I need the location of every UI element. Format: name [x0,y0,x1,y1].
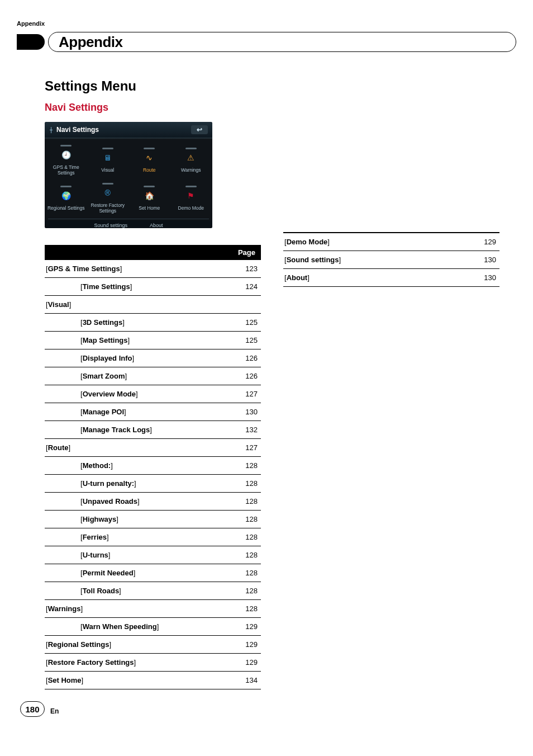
navi-cell: 🕘GPS & Time Settings [46,141,87,178]
toc-page-cell: 125 [227,314,261,332]
toc-page-cell: 130 [466,251,499,269]
toc-label: Regional Settings [48,640,110,649]
navi-cell-icon: ⚑ [183,190,199,202]
toc-label-cell: [U-turns] [45,546,227,564]
navi-cell-label: Regional Settings [47,205,85,211]
toc-page-cell [227,296,261,314]
toc-label-cell: [Manage Track Logs] [45,421,227,439]
language-label: En [50,707,59,715]
toc-page-cell: 128 [227,493,261,511]
toc-page-cell: 129 [466,233,499,251]
toc-label: Sound settings [287,256,339,264]
table-row: [3D Settings]125 [45,314,261,332]
toc-page-cell: 123 [227,260,261,278]
table-row: [Highways]128 [45,511,261,528]
toc-table-left: Page [GPS & Time Settings]123[Time Setti… [45,245,261,689]
toc-label-cell: [Warnings] [45,600,227,618]
footer: 180 En [20,701,59,717]
toc-label-cell: [GPS & Time Settings] [45,260,227,278]
title-bar: Appendix [17,31,516,53]
toc-label-cell: [Sound settings] [283,251,466,269]
toc-page-cell: 128 [227,600,261,618]
table-row: [GPS & Time Settings]123 [45,260,261,278]
toc-page-cell: 134 [227,672,261,689]
table-row: [Sound settings]130 [283,251,499,269]
table-row: [Toll Roads]128 [45,582,261,600]
toc-page-cell: 126 [227,367,261,385]
toc-page-cell: 125 [227,332,261,349]
toc-label: Warnings [48,604,81,613]
toc-label: Highways [83,515,117,523]
navi-cell: ⚑Demo Mode [171,179,212,216]
page-number: 180 [20,701,45,717]
toc-label: About [287,273,308,282]
table-row: [Set Home]134 [45,672,261,689]
section-header: Appendix [17,20,45,27]
table-row: [Manage Track Logs]132 [45,421,261,439]
navi-cell-icon: ∿ [141,152,157,164]
navi-cell-label: Set Home [139,205,160,211]
toc-label: Visual [48,300,69,309]
toc-label: Map Settings [83,336,128,344]
navi-cell: ∿Route [129,141,170,178]
table-row: [Permit Needed]128 [45,564,261,582]
table-row: [Map Settings]125 [45,332,261,349]
page-title: Appendix [59,34,122,51]
toc-page-cell: 130 [227,403,261,421]
navi-cell-label: Restore Factory Settings [88,202,129,214]
navi-cell-icon: 🕘 [58,149,74,161]
toc-label: GPS & Time Settings [48,264,120,273]
toc-label-cell: [Manage POI] [45,403,227,421]
toc-label: Toll Roads [83,587,119,595]
toc-page-cell: 128 [227,457,261,475]
toc-label-cell: [Route] [45,439,227,457]
toc-label: Smart Zoom [83,372,125,380]
toc-label: Demo Mode [287,238,328,246]
toc-page-cell: 128 [227,528,261,546]
toc-label-cell: [Overview Mode] [45,385,227,403]
section-title: Settings Menu [45,78,261,94]
toc-page-cell: 124 [227,278,261,296]
table-row: [Displayed Info]126 [45,349,261,367]
table-row: [About]130 [283,269,499,287]
page-header: Page [227,245,261,260]
toc-page-cell: 128 [227,511,261,528]
table-row: [Ferries]128 [45,528,261,546]
toc-label-cell: [Demo Mode] [283,233,466,251]
toc-label: Set Home [48,676,82,684]
toc-label-cell: [3D Settings] [45,314,227,332]
toc-table-right: [Demo Mode]129[Sound settings]130[About]… [283,232,499,287]
navi-cell-icon: ⚠ [183,152,199,164]
table-header-row: Page [45,245,261,260]
toc-label: Restore Factory Settings [48,658,134,667]
toc-label: Route [48,443,69,452]
navi-window-title: Navi Settings [56,126,99,134]
navi-cell: 🌍Regional Settings [46,179,87,216]
toc-page-cell: 128 [227,546,261,564]
toc-page-cell: 130 [466,269,499,287]
navi-cell-label: GPS & Time Settings [46,164,87,176]
toc-label: Manage Track Logs [83,426,150,434]
toc-page-cell: 126 [227,349,261,367]
toc-label-cell: [Time Settings] [45,278,227,296]
toc-label: Ferries [83,533,107,541]
navi-cell: 🖥Visual [88,141,129,178]
toc-page-cell: 132 [227,421,261,439]
navi-cell: ®Restore Factory Settings [88,179,129,216]
toc-label: Overview Mode [83,390,136,398]
toc-label-cell: [Set Home] [45,672,227,689]
table-row: [Visual] [45,296,261,314]
table-row: [Warnings]128 [45,600,261,618]
navi-settings-screenshot: ⟊ Navi Settings ↩ 🕘GPS & Time Settings🖥V… [45,122,212,228]
toc-label-cell: [Displayed Info] [45,349,227,367]
title-pill: Appendix [48,32,516,52]
navi-cell-label: Route [143,167,156,173]
toc-label-cell: [Highways] [45,511,227,528]
antenna-icon: ⟊ [49,126,53,134]
toc-label: Method: [83,461,111,470]
table-row: [U-turns]128 [45,546,261,564]
table-row: [Restore Factory Settings]129 [45,654,261,672]
navi-bottom-item: Sound settings [94,223,127,228]
navi-cell-icon: 🖥 [100,152,116,164]
toc-label: Unpaved Roads [83,497,137,505]
